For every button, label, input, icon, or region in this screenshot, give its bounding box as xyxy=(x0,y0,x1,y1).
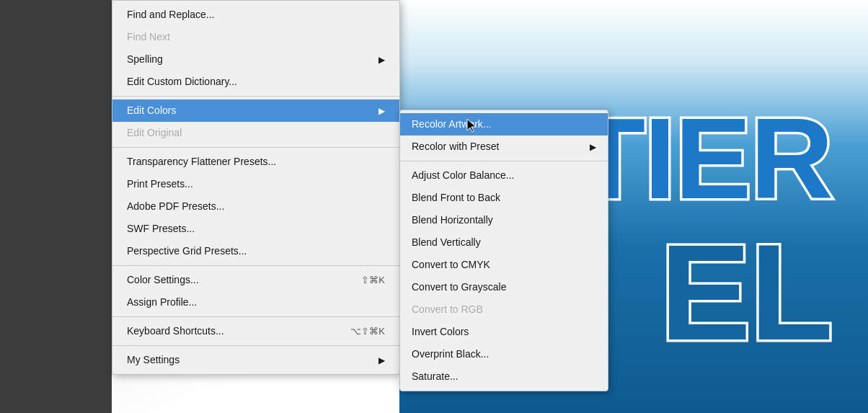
menu-item-swf-presets[interactable]: SWF Presets... xyxy=(112,218,399,240)
menu-item-adobe-pdf[interactable]: Adobe PDF Presets... xyxy=(112,195,399,218)
menu-item-edit-original: Edit Original xyxy=(112,122,399,144)
submenu-item-recolor-preset[interactable]: Recolor with Preset ▶ xyxy=(400,136,608,158)
menu-item-label: Recolor Artwork... xyxy=(412,117,491,132)
menu-item-print-presets[interactable]: Print Presets... xyxy=(112,173,399,195)
menu-item-label: Find and Replace... xyxy=(127,7,214,22)
submenu-item-adjust-color[interactable]: Adjust Color Balance... xyxy=(400,164,608,187)
menu-item-label: Assign Profile... xyxy=(127,295,197,310)
submenu-arrow-preset-icon: ▶ xyxy=(590,141,596,154)
menu-item-label: Saturate... xyxy=(412,369,459,384)
menu-item-label: Adjust Color Balance... xyxy=(412,168,514,183)
submenu-item-convert-grayscale[interactable]: Convert to Grayscale xyxy=(400,276,608,298)
menu-item-perspective-grid[interactable]: Perspective Grid Presets... xyxy=(112,240,399,262)
menu-item-label: Convert to RGB xyxy=(412,302,483,317)
menu-item-label: Adobe PDF Presets... xyxy=(127,199,224,214)
menu-item-keyboard-shortcuts[interactable]: Keyboard Shortcuts... ⌥⇧⌘K xyxy=(112,320,399,342)
menu-item-label: Find Next xyxy=(127,30,170,45)
menu-separator-4 xyxy=(112,316,399,317)
menu-separator-5 xyxy=(112,345,399,346)
menu-item-label: Edit Custom Dictionary... xyxy=(127,74,237,89)
bg-text-tier: TIER xyxy=(575,101,832,216)
submenu-item-convert-cmyk[interactable]: Convert to CMYK xyxy=(400,254,608,276)
menu-item-label: My Settings xyxy=(127,352,180,368)
menu-item-label: Recolor with Preset xyxy=(412,139,499,154)
menu-item-edit-custom-dict[interactable]: Edit Custom Dictionary... xyxy=(112,71,399,93)
menu-item-label: Convert to CMYK xyxy=(412,257,490,272)
menu-item-label: Keyboard Shortcuts... xyxy=(127,324,224,339)
submenu-item-saturate[interactable]: Saturate... xyxy=(400,365,608,388)
menu-separator-1 xyxy=(112,96,399,97)
menu-item-transparency-flattener[interactable]: Transparency Flattener Presets... xyxy=(112,151,399,173)
menu-separator-3 xyxy=(112,265,399,266)
menu-item-find-replace[interactable]: Find and Replace... xyxy=(112,4,399,26)
menu-item-label: Invert Colors xyxy=(412,324,469,339)
submenu-item-recolor-artwork[interactable]: Recolor Artwork... xyxy=(400,113,608,136)
submenu-item-convert-rgb: Convert to RGB xyxy=(400,298,608,321)
edit-colors-submenu: Recolor Artwork... Recolor with Preset ▶… xyxy=(399,110,608,391)
submenu-arrow-icon: ▶ xyxy=(378,53,385,66)
menu-item-label: Transparency Flattener Presets... xyxy=(127,154,276,169)
menu-item-label: Color Settings... xyxy=(127,272,199,288)
menu-item-label: Blend Front to Back xyxy=(412,190,500,205)
submenu-arrow-my-settings-icon: ▶ xyxy=(378,354,385,367)
menu-item-label: Blend Vertically xyxy=(412,235,481,250)
menu-item-spelling[interactable]: Spelling ▶ xyxy=(112,48,399,71)
menu-item-label: Convert to Grayscale xyxy=(412,280,507,295)
menu-item-find-next: Find Next xyxy=(112,26,399,48)
submenu-item-blend-horizontally[interactable]: Blend Horizontally xyxy=(400,209,608,231)
bg-text-el: EL xyxy=(660,223,832,360)
menu-item-color-settings[interactable]: Color Settings... ⇧⌘K xyxy=(112,269,399,291)
left-panel xyxy=(0,0,112,413)
menu-item-assign-profile[interactable]: Assign Profile... xyxy=(112,291,399,314)
submenu-item-overprint-black[interactable]: Overprint Black... xyxy=(400,343,608,365)
shortcut-keyboard: ⌥⇧⌘K xyxy=(350,324,385,339)
menu-item-label: Perspective Grid Presets... xyxy=(127,244,247,259)
submenu-item-blend-front-back[interactable]: Blend Front to Back xyxy=(400,187,608,209)
main-menu: Find and Replace... Find Next Spelling ▶… xyxy=(112,0,400,375)
menu-item-label: Blend Horizontally xyxy=(412,213,493,228)
menu-item-label: SWF Presets... xyxy=(127,221,195,236)
submenu-item-invert-colors[interactable]: Invert Colors xyxy=(400,321,608,343)
menu-item-label: Overprint Black... xyxy=(412,347,489,362)
menu-item-label: Print Presets... xyxy=(127,177,193,192)
menu-item-label: Spelling xyxy=(127,52,163,67)
menu-separator-2 xyxy=(112,147,399,148)
menu-item-edit-colors[interactable]: Edit Colors ▶ xyxy=(112,99,399,122)
submenu-arrow-icon: ▶ xyxy=(378,105,385,117)
shortcut-color-settings: ⇧⌘K xyxy=(361,273,385,288)
menu-item-label: Edit Colors xyxy=(127,103,176,118)
menu-item-label: Edit Original xyxy=(127,125,182,141)
menu-item-my-settings[interactable]: My Settings ▶ xyxy=(112,349,399,371)
submenu-item-blend-vertically[interactable]: Blend Vertically xyxy=(400,231,608,254)
submenu-separator-1 xyxy=(400,161,608,161)
